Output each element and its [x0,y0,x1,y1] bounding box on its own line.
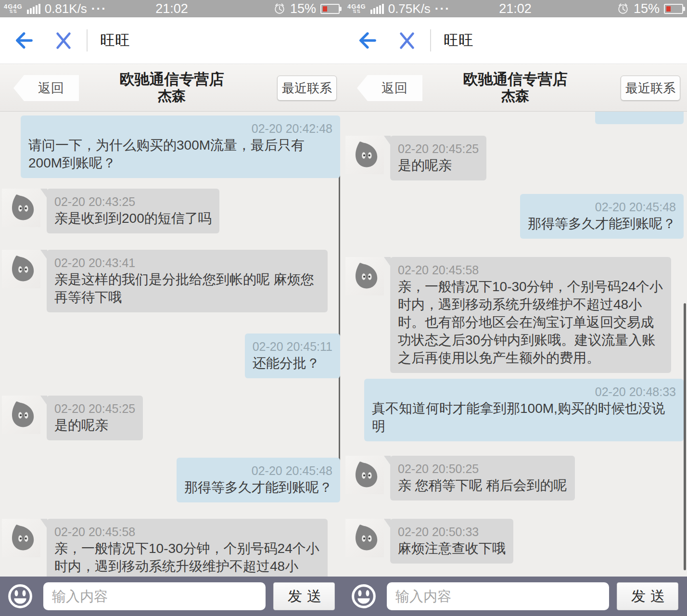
close-x-icon [54,31,73,50]
message-row: 02-20 20:43:41亲是这样的我们是分批给您到帐的呢 麻烦您再等待下哦 [0,250,328,312]
avatar [345,456,384,494]
close-x-icon [398,31,416,50]
back-arrow-icon [356,30,377,51]
message-timestamp: 02-20 20:43:41 [54,255,320,270]
message-row: 02-20 20:45:58亲，一般情况下10-30分钟，个别号码24个小时内，… [344,257,671,373]
wangwang-mascot-icon [350,523,380,553]
message-timestamp: 02-20 20:42:48 [28,121,332,136]
incoming-message-bubble: 02-20 20:45:58亲，一般情况下10-30分钟，个别号码24个小时内，… [47,519,328,577]
wangwang-mascot-icon [6,254,36,284]
battery-icon [320,4,340,14]
incoming-message-bubble: 02-20 20:43:25亲是收到到200的短信了吗 [47,189,219,233]
message-row: 02-20 20:50:25亲 您稍等下呢 稍后会到的呢 [344,456,575,500]
status-right-group: 15% [273,0,340,17]
outgoing-message-bubble: 02-20 20:45:11还能分批？ [245,334,340,378]
send-button[interactable]: 发送 [273,582,335,610]
incoming-message-bubble: 02-20 20:45:25是的呢亲 [390,136,486,180]
avatar [345,136,384,174]
message-text: 那得等多久才能到账呢？ [184,478,332,496]
outgoing-message-bubble: 02-20 20:45:48那得等多久才能到账呢？ [177,458,340,502]
recent-contacts-button[interactable]: 最近联系 [277,76,337,101]
incoming-message-bubble: 02-20 20:50:33麻烦注意查收下哦 [390,519,513,564]
app-nav-bar: 旺旺 [0,17,344,64]
message-row: 02-20 20:43:25亲是收到到200的短信了吗 [0,189,219,233]
return-button[interactable]: 返回 [357,75,422,101]
battery-percent: 15% [290,1,316,16]
message-input[interactable] [43,582,266,610]
message-text: 是的呢亲 [54,416,135,434]
message-timestamp: 02-20 20:43:25 [54,194,212,209]
smiley-icon [351,583,377,609]
recent-contacts-button[interactable]: 最近联系 [621,76,680,101]
alarm-clock-icon [273,2,286,15]
message-input[interactable] [387,582,609,610]
chat-header: 返回 欧驰通信专营店 杰森 最近联系 [344,64,687,112]
screen: 4G4G ⇅⇅ 0.81K/s ··· 21:02 15% [0,0,687,616]
message-timestamp: 02-20 20:45:48 [184,463,332,478]
battery-icon [664,4,683,14]
message-text: 请问一下，为什么购买的300M流量，最后只有200M到账呢？ [28,136,332,172]
message-timestamp: 02-20 20:45:58 [54,524,320,539]
return-button[interactable]: 返回 [13,75,79,101]
message-text: 真不知道何时才能拿到那100M,购买的时候也没说明 [372,399,676,435]
message-row: 02-20 20:45:25是的呢亲 [344,136,486,180]
back-arrow-button[interactable] [356,26,377,55]
avatar [2,396,40,434]
message-list[interactable]: 02-20 20:45:25是的呢亲02-20 20:45:48那得等多久才能到… [344,112,687,577]
outgoing-message-bubble: 02-20 20:45:48那得等多久才能到账呢？ [520,194,684,239]
status-bar: 4G4G ⇅⇅ 0.75K/s ··· 21:02 15% [344,0,687,17]
message-text: 亲是收到到200的短信了吗 [54,209,212,227]
chat-header: 返回 欧驰通信专营店 杰森 最近联系 [0,64,344,112]
nav-divider [430,29,431,51]
composer-bar: 发送 [344,577,687,616]
outgoing-message-bubble: 02-20 20:42:48请问一下，为什么购买的300M流量，最后只有200M… [21,116,340,178]
incoming-message-bubble: 02-20 20:50:25亲 您稍等下呢 稍后会到的呢 [390,456,575,500]
message-text: 亲，一般情况下10-30分钟，个别号码24个小时内，遇到移动系统升级维护不超过4… [54,539,320,577]
incoming-message-bubble: 02-20 20:45:25是的呢亲 [47,396,143,440]
wangwang-mascot-icon [6,523,36,553]
back-arrow-button[interactable] [13,26,34,55]
message-text: 亲 您稍等下呢 稍后会到的呢 [398,476,567,494]
avatar [345,257,384,295]
status-bar: 4G4G ⇅⇅ 0.81K/s ··· 21:02 15% [0,0,344,17]
app-nav-bar: 旺旺 [344,17,687,64]
message-timestamp: 02-20 20:50:33 [398,524,506,539]
message-text: 亲，一般情况下10-30分钟，个别号码24个小时内，遇到移动系统升级维护不超过4… [398,278,663,367]
close-button[interactable] [53,26,74,55]
smiley-icon [7,583,33,609]
outgoing-message-bubble-partial [595,112,684,124]
wangwang-mascot-icon [6,400,36,430]
incoming-message-bubble: 02-20 20:43:41亲是这样的我们是分批给您到帐的呢 麻烦您再等待下哦 [47,250,328,312]
message-text: 是的呢亲 [398,156,479,174]
chat-panel: 4G4G ⇅⇅ 0.81K/s ··· 21:02 15% [0,0,344,616]
composer-bar: 发送 [0,577,344,616]
avatar [2,189,40,227]
scrollbar[interactable] [684,303,686,570]
back-arrow-icon [13,30,33,51]
message-row: 02-20 20:45:58亲，一般情况下10-30分钟，个别号码24个小时内，… [0,519,328,577]
message-row: 02-20 20:45:25是的呢亲 [0,396,143,440]
avatar [2,519,40,557]
wangwang-mascot-icon [6,193,36,223]
emoji-button[interactable] [7,583,34,610]
message-text: 麻烦注意查收下哦 [398,539,506,557]
outgoing-message-bubble: 02-20 20:48:33真不知道何时才能拿到那100M,购买的时候也没说明 [364,379,684,441]
page-title: 旺旺 [100,30,130,51]
message-timestamp: 02-20 20:50:25 [398,461,567,476]
emoji-button[interactable] [350,583,377,610]
message-timestamp: 02-20 20:45:58 [398,262,663,278]
incoming-message-bubble: 02-20 20:45:58亲，一般情况下10-30分钟，个别号码24个小时内，… [390,257,671,373]
alarm-clock-icon [617,2,629,15]
send-button[interactable]: 发送 [617,582,678,610]
message-text: 那得等多久才能到账呢？ [528,215,676,232]
message-timestamp: 02-20 20:45:48 [528,199,676,215]
nav-divider [87,29,88,51]
message-timestamp: 02-20 20:45:25 [398,141,479,156]
scrollbar[interactable] [339,153,340,464]
message-timestamp: 02-20 20:48:33 [372,384,676,399]
avatar [2,250,40,288]
avatar [345,519,384,557]
battery-percent: 15% [634,1,660,16]
message-list[interactable]: 02-20 20:42:48请问一下，为什么购买的300M流量，最后只有200M… [0,112,344,577]
close-button[interactable] [396,26,418,55]
